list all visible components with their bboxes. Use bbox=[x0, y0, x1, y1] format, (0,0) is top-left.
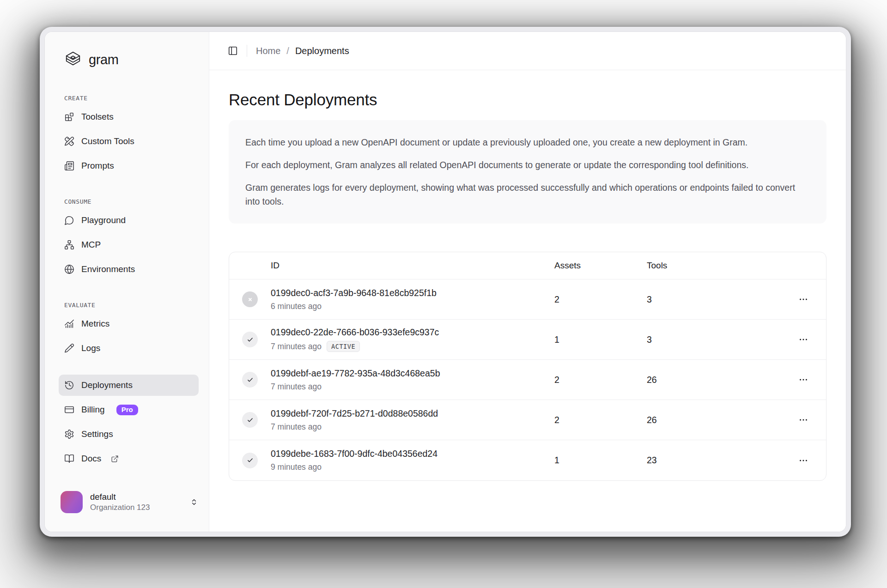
sidebar-toggle-button[interactable] bbox=[228, 46, 238, 56]
status-failed-icon bbox=[242, 291, 258, 307]
row-actions-button[interactable] bbox=[796, 412, 811, 428]
content: Recent Deployments Each time you upload … bbox=[209, 70, 846, 481]
sidebar-item-label: Toolsets bbox=[81, 112, 114, 122]
network-icon bbox=[64, 240, 74, 250]
newspaper-icon bbox=[64, 161, 74, 171]
deployment-timestamp: 9 minutes ago bbox=[271, 462, 322, 472]
assets-count: 1 bbox=[554, 334, 647, 345]
deployment-time-line: 7 minutes ago bbox=[271, 382, 554, 392]
ellipsis-icon bbox=[798, 334, 808, 345]
tools-count: 23 bbox=[647, 455, 784, 466]
row-actions-button[interactable] bbox=[796, 332, 811, 347]
sidebar-item-custom-tools[interactable]: Custom Tools bbox=[59, 131, 199, 152]
message-circle-icon bbox=[64, 215, 74, 225]
table-header-id: ID bbox=[271, 261, 554, 271]
table-header-assets: Assets bbox=[554, 261, 647, 271]
sidebar-item-label: Billing bbox=[81, 405, 105, 415]
sidebar-section-label: CONSUME bbox=[59, 198, 199, 205]
sidebar-item-mcp[interactable]: MCP bbox=[59, 234, 199, 255]
actions-cell bbox=[784, 291, 826, 307]
table-row[interactable]: 0199debf-720f-7d25-b271-d0d88e0586dd7 mi… bbox=[229, 400, 826, 440]
deployment-time-line: 7 minutes ago bbox=[271, 422, 554, 432]
status-cell bbox=[229, 332, 271, 347]
app-window-frame: gram CREATEToolsetsCustom ToolsPromptsCO… bbox=[40, 27, 851, 537]
deployments-table: ID Assets Tools 0199dec0-acf3-7a9b-9648-… bbox=[229, 252, 826, 481]
deployment-timestamp: 7 minutes ago bbox=[271, 422, 322, 432]
external-link-icon bbox=[111, 455, 119, 463]
brand-name: gram bbox=[89, 52, 118, 67]
status-cell bbox=[229, 372, 271, 388]
deployment-time-line: 7 minutes agoACTIVE bbox=[271, 341, 554, 352]
row-actions-button[interactable] bbox=[796, 372, 811, 388]
info-paragraph: Gram generates logs for every deployment… bbox=[245, 181, 810, 208]
sidebar-item-billing[interactable]: BillingPro bbox=[59, 399, 199, 420]
sidebar-item-settings[interactable]: Settings bbox=[59, 424, 199, 445]
assets-count: 2 bbox=[554, 375, 647, 385]
row-actions-button[interactable] bbox=[796, 291, 811, 307]
sidebar-item-playground[interactable]: Playground bbox=[59, 210, 199, 231]
table-row[interactable]: 0199debf-ae19-7782-935a-48d3c468ea5b7 mi… bbox=[229, 360, 826, 400]
sidebar-item-label: Custom Tools bbox=[81, 136, 134, 146]
sidebar-nav-bottom: DeploymentsBillingProSettingsDocs bbox=[59, 375, 199, 473]
panel-left-icon bbox=[228, 46, 238, 56]
tools-count: 26 bbox=[647, 375, 784, 385]
active-badge: ACTIVE bbox=[327, 341, 360, 352]
deployment-id: 0199debf-ae19-7782-935a-48d3c468ea5b bbox=[271, 368, 554, 379]
pencil-ruler-icon bbox=[64, 136, 74, 146]
actions-cell bbox=[784, 332, 826, 347]
sidebar-item-prompts[interactable]: Prompts bbox=[59, 155, 199, 176]
deployment-time-line: 6 minutes ago bbox=[271, 302, 554, 311]
deployment-id: 0199debe-1683-7f00-9dfc-4be04356ed24 bbox=[271, 449, 554, 459]
breadcrumb-separator: / bbox=[286, 46, 289, 56]
deployment-id: 0199debf-720f-7d25-b271-d0d88e0586dd bbox=[271, 408, 554, 419]
assets-count: 2 bbox=[554, 415, 647, 425]
sidebar-section-label: CREATE bbox=[59, 95, 199, 102]
info-paragraph: Each time you upload a new OpenAPI docum… bbox=[245, 135, 810, 149]
credit-card-icon bbox=[64, 405, 74, 415]
table-row[interactable]: 0199debe-1683-7f00-9dfc-4be04356ed249 mi… bbox=[229, 440, 826, 480]
sidebar-item-toolsets[interactable]: Toolsets bbox=[59, 106, 199, 127]
tools-count: 3 bbox=[647, 334, 784, 345]
tools-count: 3 bbox=[647, 294, 784, 305]
sidebar-item-deployments[interactable]: Deployments bbox=[59, 375, 199, 396]
id-cell: 0199debf-ae19-7782-935a-48d3c468ea5b7 mi… bbox=[271, 368, 554, 392]
deployment-time-line: 9 minutes ago bbox=[271, 462, 554, 472]
assets-count: 2 bbox=[554, 294, 647, 305]
ellipsis-icon bbox=[798, 455, 808, 466]
book-open-icon bbox=[64, 454, 74, 464]
sidebar-item-logs[interactable]: Logs bbox=[59, 338, 199, 359]
org-name: default bbox=[90, 492, 182, 502]
gear-icon bbox=[64, 429, 74, 439]
sidebar-item-label: Deployments bbox=[81, 380, 133, 390]
status-success-icon bbox=[242, 332, 258, 347]
table-row[interactable]: 0199dec0-acf3-7a9b-9648-81e8cb925f1b6 mi… bbox=[229, 279, 826, 320]
pro-badge: Pro bbox=[116, 405, 138, 415]
org-switcher[interactable]: default Organization 123 bbox=[59, 491, 199, 513]
table-header-row: ID Assets Tools bbox=[229, 252, 826, 279]
brand-logo[interactable]: gram bbox=[59, 49, 199, 70]
sidebar-item-environments[interactable]: Environments bbox=[59, 259, 199, 280]
deployment-timestamp: 6 minutes ago bbox=[271, 302, 322, 311]
id-cell: 0199dec0-acf3-7a9b-9648-81e8cb925f1b6 mi… bbox=[271, 288, 554, 311]
pencil-icon bbox=[64, 343, 74, 353]
sidebar-item-docs[interactable]: Docs bbox=[59, 448, 199, 469]
row-actions-button[interactable] bbox=[796, 453, 811, 468]
status-cell bbox=[229, 291, 271, 307]
info-paragraph: For each deployment, Gram analyzes all r… bbox=[245, 158, 810, 172]
table-header-tools: Tools bbox=[647, 261, 784, 271]
history-icon bbox=[64, 380, 74, 390]
topbar-divider bbox=[247, 45, 247, 57]
ellipsis-icon bbox=[798, 294, 808, 304]
sidebar-item-label: Docs bbox=[81, 454, 101, 464]
ellipsis-icon bbox=[798, 375, 808, 385]
sidebar-item-metrics[interactable]: Metrics bbox=[59, 313, 199, 334]
breadcrumb-current: Deployments bbox=[295, 46, 349, 56]
table-row[interactable]: 0199dec0-22de-7666-b036-933efe9c937c7 mi… bbox=[229, 320, 826, 360]
breadcrumb-home-link[interactable]: Home bbox=[256, 46, 280, 56]
assets-count: 1 bbox=[554, 455, 647, 466]
ellipsis-icon bbox=[798, 415, 808, 425]
topbar: Home / Deployments bbox=[209, 32, 846, 70]
app-window: gram CREATEToolsetsCustom ToolsPromptsCO… bbox=[44, 31, 846, 532]
sidebar-item-label: Prompts bbox=[81, 161, 114, 171]
actions-cell bbox=[784, 412, 826, 428]
